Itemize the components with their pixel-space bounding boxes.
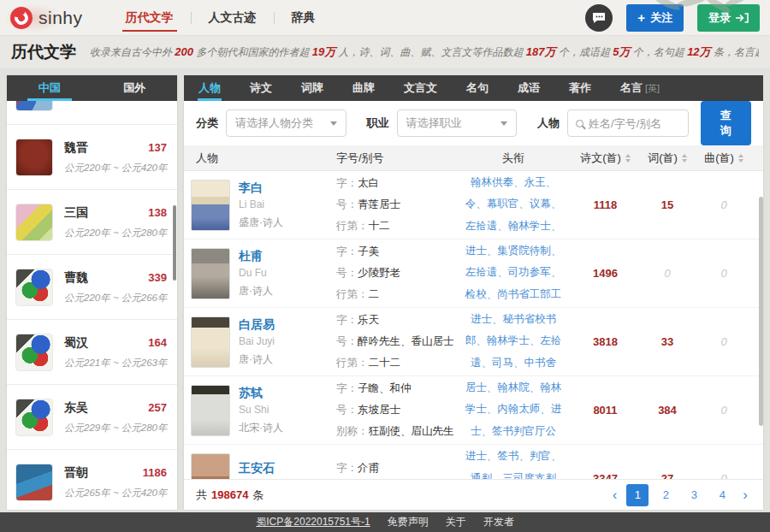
occupation-select[interactable]: 请选择职业 <box>397 109 518 137</box>
alias-line: 号：东坡居士 <box>336 399 447 421</box>
table-footer: 共 198674 条 ‹1234› <box>184 479 763 510</box>
footer-link-3[interactable]: 开发者 <box>483 515 514 529</box>
dynasty-item[interactable]: 魏晋 137 公元220年 ~ 公元420年 <box>7 125 177 190</box>
sort-icon[interactable] <box>738 154 743 163</box>
page-button-4[interactable]: 4 <box>711 484 733 506</box>
tab-0[interactable]: 人物 <box>184 75 235 101</box>
next-page-button[interactable]: › <box>739 488 751 502</box>
page-button-2[interactable]: 2 <box>654 484 677 506</box>
table-scrollbar[interactable] <box>759 197 763 426</box>
count-cell: 8011 <box>573 404 637 417</box>
person-name-link[interactable]: 苏轼 <box>239 386 283 401</box>
chevron-down-icon <box>500 121 507 126</box>
table-body: 李白 Li Bai 盛唐·诗人 字：太白号：青莲居士行第：十二 翰林供奉、永王、… <box>184 171 763 479</box>
nav-item-0[interactable]: 历代文学 <box>109 0 191 35</box>
footer-link-2[interactable]: 关于 <box>446 515 466 529</box>
person-search-input[interactable] <box>589 117 679 130</box>
dynasty-range: 公元220年 ~ 公元280年 <box>64 227 167 239</box>
person-portrait[interactable] <box>191 385 230 436</box>
titles-cell[interactable]: 翰林供奉、永王、令、幕职官、议幕、左拾遗、翰林学士、太学、应诏、… <box>453 172 573 239</box>
footer-link-0[interactable]: 蜀ICP备2022015751号-1 <box>256 515 370 529</box>
tab-suffix: [英] <box>645 82 660 95</box>
alias-line: 字：子美 <box>336 241 447 263</box>
dynasty-item[interactable]: 公元25年 ~ 公元220年 <box>7 101 177 125</box>
dynasty-item[interactable]: 东吴 257 公元229年 ~ 公元280年 <box>7 385 177 450</box>
titles-cell[interactable]: 进士、签书、判官、通判、三司度支判官、知制诰、 <box>453 446 573 479</box>
alias-cell: 字：子美号：少陵野老行第：二 <box>329 241 453 305</box>
person-cell: 王安石 Wang Anshi <box>184 453 329 480</box>
dynasty-info: 东吴 257 公元229年 ~ 公元280年 <box>64 400 167 434</box>
follow-button[interactable]: + 关注 <box>626 4 684 32</box>
person-cell: 白居易 Bai Juyi 唐·诗人 <box>184 316 329 368</box>
count-cell: 15 <box>637 198 697 211</box>
person-portrait[interactable] <box>191 316 230 368</box>
tab-3[interactable]: 曲牌 <box>338 75 389 101</box>
content-area: 中国国外 公元25年 ~ 公元220年 魏晋 137 公元220年 ~ 公元42… <box>7 75 763 510</box>
sidebar-tabs: 中国国外 <box>7 75 177 101</box>
nav-item-2[interactable]: 辞典 <box>275 0 333 35</box>
page-title: 历代文学 <box>11 41 76 63</box>
tab-5[interactable]: 名句 <box>452 75 503 101</box>
page-header: 历代文学 收录来自古今中外 200 多个朝代和国家的作者超 19万 人，诗、词、… <box>0 36 770 68</box>
page-button-3[interactable]: 3 <box>683 484 705 506</box>
alias-line: 号：青莲居士 <box>336 194 447 216</box>
speech-bubble-icon <box>592 12 606 24</box>
site-logo[interactable]: sinhy <box>10 7 83 29</box>
person-portrait[interactable] <box>191 180 230 231</box>
column-header-6[interactable] <box>750 145 763 170</box>
footer-link-1[interactable]: 免费声明 <box>388 515 429 529</box>
total-suffix: 条 <box>252 488 264 503</box>
follow-button-label: 关注 <box>650 10 672 26</box>
column-header-4[interactable]: 词(首) <box>637 145 697 170</box>
titles-cell[interactable]: 进士、秘书省校书郎、翰林学士、左拾遗、司马、中书舍人、刺史、… <box>453 309 573 375</box>
dynasty-item[interactable]: 三国 138 公元220年 ~ 公元280年 <box>7 190 177 255</box>
tab-8[interactable]: 名言[英] <box>606 75 674 101</box>
dynasty-item[interactable]: 蜀汉 164 公元221年 ~ 公元263年 <box>7 320 177 385</box>
column-header-3[interactable]: 诗文(首) <box>573 145 637 170</box>
person-portrait[interactable] <box>191 248 230 299</box>
titles-cell[interactable]: 居士、翰林院、翰林学士、内翰太师、进士、签书判官厅公事、直史馆… <box>453 377 573 444</box>
person-name-link[interactable]: 李白 <box>239 180 283 196</box>
person-name-link[interactable]: 王安石 <box>239 461 293 476</box>
tab-7[interactable]: 著作 <box>554 75 606 101</box>
hero-desc-segment: 个，成语超 <box>556 46 613 58</box>
dynasty-item[interactable]: 晋朝 1186 公元265年 ~ 公元420年 <box>7 450 177 510</box>
query-button[interactable]: 查询 <box>701 101 751 145</box>
logo-text: sinhy <box>38 8 83 28</box>
sort-icon[interactable] <box>682 154 687 163</box>
person-name-link[interactable]: 白居易 <box>239 317 275 333</box>
occupation-select-value: 请选择职业 <box>406 115 462 131</box>
person-row: 李白 Li Bai 盛唐·诗人 字：太白号：青莲居士行第：十二 翰林供奉、永王、… <box>184 171 763 239</box>
occupation-filter-label: 职业 <box>367 115 389 131</box>
person-filter-label: 人物 <box>537 115 560 131</box>
prev-page-button[interactable]: ‹ <box>609 488 621 502</box>
tab-1[interactable]: 诗文 <box>235 75 287 101</box>
titles-cell[interactable]: 进士、集贤院待制、左拾遗、司功参军、检校、尚书省工部工部司员外部… <box>453 240 573 307</box>
person-row: 杜甫 Du Fu 唐·诗人 字：子美号：少陵野老行第：二 进士、集贤院待制、左拾… <box>184 239 763 308</box>
alias-line: 字：介甫 <box>336 458 447 479</box>
login-button[interactable]: 登录 <box>697 4 760 32</box>
hero-desc-segment: 12万 <box>687 45 710 58</box>
dynasty-info: 三国 138 公元220年 ~ 公元280年 <box>64 205 167 239</box>
tab-2[interactable]: 词牌 <box>287 75 338 101</box>
person-era: 北宋·诗人 <box>239 421 283 435</box>
tab-4[interactable]: 文言文 <box>389 75 452 101</box>
sidebar-tab-0[interactable]: 中国 <box>7 75 92 101</box>
dynasty-name: 曹魏 <box>64 270 88 286</box>
alias-line: 字：太白 <box>336 173 447 194</box>
person-portrait[interactable] <box>191 453 230 480</box>
nav-item-1[interactable]: 人文古迹 <box>192 0 274 35</box>
dynasty-item[interactable]: 曹魏 339 公元220年 ~ 公元266年 <box>7 255 177 320</box>
column-header-2: 头衔 <box>453 145 573 170</box>
sidebar-tab-1[interactable]: 国外 <box>92 75 178 101</box>
category-select[interactable]: 请选择人物分类 <box>226 109 346 137</box>
sort-icon[interactable] <box>625 154 631 163</box>
person-name-link[interactable]: 杜甫 <box>239 249 273 264</box>
page-footer: 蜀ICP备2022015751号-1免费声明关于开发者 <box>0 512 770 532</box>
chat-button[interactable] <box>585 4 613 32</box>
login-button-label: 登录 <box>708 10 731 26</box>
tab-6[interactable]: 成语 <box>503 75 554 101</box>
page-button-1[interactable]: 1 <box>626 484 649 506</box>
sidebar-scrollbar[interactable] <box>173 205 176 281</box>
column-header-5[interactable]: 曲(首) <box>697 145 750 170</box>
